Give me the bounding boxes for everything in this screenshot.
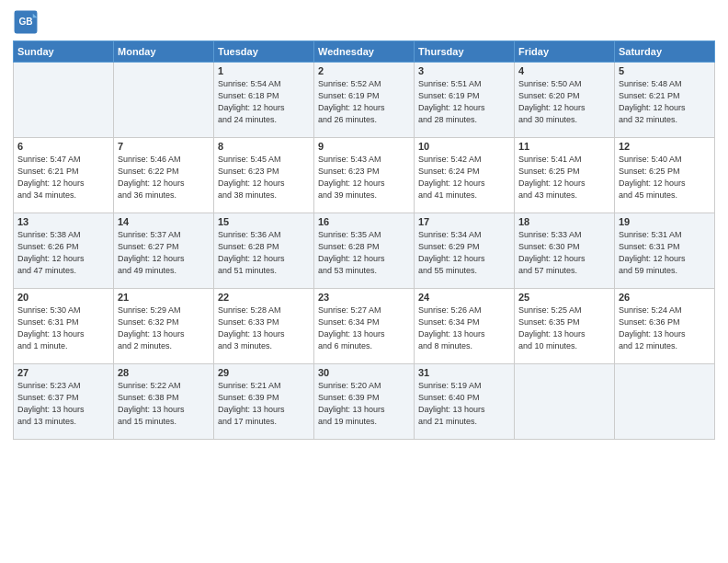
- day-cell: 30Sunrise: 5:20 AM Sunset: 6:39 PM Dayli…: [314, 364, 415, 440]
- day-info: Sunrise: 5:48 AM Sunset: 6:21 PM Dayligh…: [619, 78, 711, 126]
- day-info: Sunrise: 5:28 AM Sunset: 6:33 PM Dayligh…: [218, 304, 310, 352]
- day-cell: 16Sunrise: 5:35 AM Sunset: 6:28 PM Dayli…: [314, 213, 415, 289]
- day-number: 21: [118, 292, 210, 303]
- day-cell: 3Sunrise: 5:51 AM Sunset: 6:19 PM Daylig…: [415, 63, 515, 138]
- day-cell: 15Sunrise: 5:36 AM Sunset: 6:28 PM Dayli…: [214, 213, 314, 289]
- day-cell: 8Sunrise: 5:45 AM Sunset: 6:23 PM Daylig…: [214, 138, 314, 213]
- header-cell-sunday: Sunday: [14, 41, 114, 63]
- day-number: 30: [318, 367, 410, 378]
- day-cell: 11Sunrise: 5:41 AM Sunset: 6:25 PM Dayli…: [515, 138, 615, 213]
- day-cell: 19Sunrise: 5:31 AM Sunset: 6:31 PM Dayli…: [615, 213, 715, 289]
- day-number: 15: [218, 216, 310, 227]
- day-info: Sunrise: 5:19 AM Sunset: 6:40 PM Dayligh…: [418, 380, 510, 428]
- day-number: 6: [17, 141, 109, 152]
- day-info: Sunrise: 5:22 AM Sunset: 6:38 PM Dayligh…: [118, 380, 210, 428]
- header-cell-friday: Friday: [515, 41, 615, 63]
- day-number: 28: [118, 367, 210, 378]
- header: GB: [13, 9, 715, 35]
- day-number: 7: [118, 141, 210, 152]
- day-cell: 17Sunrise: 5:34 AM Sunset: 6:29 PM Dayli…: [415, 213, 515, 289]
- week-row-3: 13Sunrise: 5:38 AM Sunset: 6:26 PM Dayli…: [14, 213, 715, 289]
- day-info: Sunrise: 5:52 AM Sunset: 6:19 PM Dayligh…: [318, 78, 410, 126]
- day-number: 13: [17, 216, 109, 227]
- day-info: Sunrise: 5:42 AM Sunset: 6:24 PM Dayligh…: [418, 154, 510, 201]
- svg-text:GB: GB: [18, 17, 32, 27]
- day-number: 14: [118, 216, 210, 227]
- day-number: 10: [418, 141, 510, 152]
- day-info: Sunrise: 5:46 AM Sunset: 6:22 PM Dayligh…: [118, 154, 210, 201]
- day-cell: 18Sunrise: 5:33 AM Sunset: 6:30 PM Dayli…: [515, 213, 615, 289]
- day-number: 27: [17, 367, 109, 378]
- day-number: 25: [518, 292, 610, 303]
- day-number: 8: [218, 141, 310, 152]
- day-cell: 25Sunrise: 5:25 AM Sunset: 6:35 PM Dayli…: [515, 289, 615, 364]
- day-cell: 2Sunrise: 5:52 AM Sunset: 6:19 PM Daylig…: [314, 63, 415, 138]
- day-info: Sunrise: 5:29 AM Sunset: 6:32 PM Dayligh…: [118, 304, 210, 352]
- day-cell: 13Sunrise: 5:38 AM Sunset: 6:26 PM Dayli…: [14, 213, 114, 289]
- day-info: Sunrise: 5:41 AM Sunset: 6:25 PM Dayligh…: [518, 154, 610, 201]
- day-cell: 27Sunrise: 5:23 AM Sunset: 6:37 PM Dayli…: [14, 364, 114, 440]
- day-info: Sunrise: 5:37 AM Sunset: 6:27 PM Dayligh…: [118, 229, 210, 277]
- day-number: 31: [418, 367, 510, 378]
- day-number: 11: [518, 141, 610, 152]
- day-info: Sunrise: 5:45 AM Sunset: 6:23 PM Dayligh…: [218, 154, 310, 201]
- header-cell-tuesday: Tuesday: [214, 41, 314, 63]
- day-number: 29: [218, 367, 310, 378]
- day-cell: 26Sunrise: 5:24 AM Sunset: 6:36 PM Dayli…: [615, 289, 715, 364]
- logo-icon: GB: [13, 9, 39, 35]
- day-info: Sunrise: 5:36 AM Sunset: 6:28 PM Dayligh…: [218, 229, 310, 277]
- day-cell: 14Sunrise: 5:37 AM Sunset: 6:27 PM Dayli…: [114, 213, 214, 289]
- day-info: Sunrise: 5:43 AM Sunset: 6:23 PM Dayligh…: [318, 154, 410, 201]
- day-cell: 21Sunrise: 5:29 AM Sunset: 6:32 PM Dayli…: [114, 289, 214, 364]
- day-cell: 22Sunrise: 5:28 AM Sunset: 6:33 PM Dayli…: [214, 289, 314, 364]
- header-cell-saturday: Saturday: [615, 41, 715, 63]
- day-cell: 5Sunrise: 5:48 AM Sunset: 6:21 PM Daylig…: [615, 63, 715, 138]
- day-number: 18: [518, 216, 610, 227]
- day-info: Sunrise: 5:21 AM Sunset: 6:39 PM Dayligh…: [218, 380, 310, 428]
- header-row: SundayMondayTuesdayWednesdayThursdayFrid…: [14, 41, 715, 63]
- week-row-1: 1Sunrise: 5:54 AM Sunset: 6:18 PM Daylig…: [14, 63, 715, 138]
- day-cell: 24Sunrise: 5:26 AM Sunset: 6:34 PM Dayli…: [415, 289, 515, 364]
- day-number: 24: [418, 292, 510, 303]
- day-info: Sunrise: 5:40 AM Sunset: 6:25 PM Dayligh…: [619, 154, 711, 201]
- day-cell: [114, 63, 214, 138]
- day-info: Sunrise: 5:26 AM Sunset: 6:34 PM Dayligh…: [418, 304, 510, 352]
- calendar-header: SundayMondayTuesdayWednesdayThursdayFrid…: [14, 41, 715, 63]
- day-info: Sunrise: 5:31 AM Sunset: 6:31 PM Dayligh…: [619, 229, 711, 277]
- day-info: Sunrise: 5:23 AM Sunset: 6:37 PM Dayligh…: [17, 380, 109, 428]
- day-number: 23: [318, 292, 410, 303]
- day-cell: 20Sunrise: 5:30 AM Sunset: 6:31 PM Dayli…: [14, 289, 114, 364]
- day-info: Sunrise: 5:47 AM Sunset: 6:21 PM Dayligh…: [17, 154, 109, 201]
- day-cell: 1Sunrise: 5:54 AM Sunset: 6:18 PM Daylig…: [214, 63, 314, 138]
- day-info: Sunrise: 5:35 AM Sunset: 6:28 PM Dayligh…: [318, 229, 410, 277]
- day-number: 19: [619, 216, 711, 227]
- header-cell-monday: Monday: [114, 41, 214, 63]
- page: GB SundayMondayTuesdayWednesdayThursdayF…: [0, 0, 728, 563]
- day-info: Sunrise: 5:50 AM Sunset: 6:20 PM Dayligh…: [518, 78, 610, 126]
- day-cell: 12Sunrise: 5:40 AM Sunset: 6:25 PM Dayli…: [615, 138, 715, 213]
- day-info: Sunrise: 5:25 AM Sunset: 6:35 PM Dayligh…: [518, 304, 610, 352]
- day-info: Sunrise: 5:30 AM Sunset: 6:31 PM Dayligh…: [17, 304, 109, 352]
- day-number: 16: [318, 216, 410, 227]
- day-cell: 23Sunrise: 5:27 AM Sunset: 6:34 PM Dayli…: [314, 289, 415, 364]
- day-number: 2: [318, 65, 410, 76]
- day-info: Sunrise: 5:54 AM Sunset: 6:18 PM Dayligh…: [218, 78, 310, 126]
- header-cell-thursday: Thursday: [415, 41, 515, 63]
- day-cell: 28Sunrise: 5:22 AM Sunset: 6:38 PM Dayli…: [114, 364, 214, 440]
- day-number: 20: [17, 292, 109, 303]
- day-number: 4: [518, 65, 610, 76]
- week-row-4: 20Sunrise: 5:30 AM Sunset: 6:31 PM Dayli…: [14, 289, 715, 364]
- day-number: 22: [218, 292, 310, 303]
- calendar-body: 1Sunrise: 5:54 AM Sunset: 6:18 PM Daylig…: [14, 63, 715, 440]
- day-cell: [14, 63, 114, 138]
- day-cell: 6Sunrise: 5:47 AM Sunset: 6:21 PM Daylig…: [14, 138, 114, 213]
- day-number: 12: [619, 141, 711, 152]
- day-cell: 4Sunrise: 5:50 AM Sunset: 6:20 PM Daylig…: [515, 63, 615, 138]
- day-number: 5: [619, 65, 711, 76]
- day-number: 1: [218, 65, 310, 76]
- day-cell: 10Sunrise: 5:42 AM Sunset: 6:24 PM Dayli…: [415, 138, 515, 213]
- logo: GB: [13, 9, 40, 35]
- day-info: Sunrise: 5:51 AM Sunset: 6:19 PM Dayligh…: [418, 78, 510, 126]
- day-number: 9: [318, 141, 410, 152]
- day-info: Sunrise: 5:33 AM Sunset: 6:30 PM Dayligh…: [518, 229, 610, 277]
